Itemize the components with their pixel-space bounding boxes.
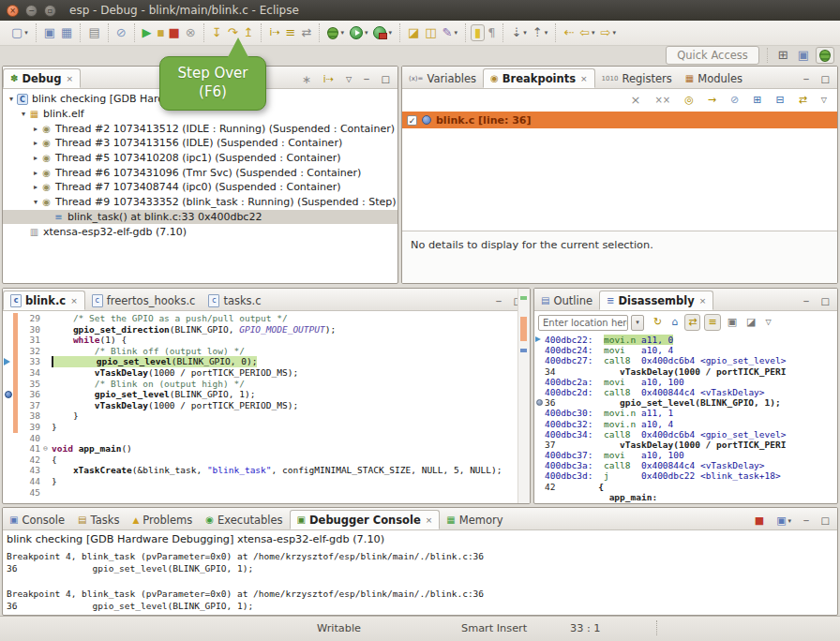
skip-all-breakpoints-view-icon[interactable]: ⊘: [728, 92, 742, 109]
fold-collapse-icon[interactable]: ⊖: [43, 443, 52, 455]
save-all-icon[interactable]: ▦: [58, 24, 75, 41]
previous-annotation-icon[interactable]: ⇡▾: [530, 24, 550, 41]
debug-perspective-icon[interactable]: [816, 47, 834, 64]
remove-all-terminated-icon[interactable]: ∗: [299, 71, 314, 88]
code-editor[interactable]: 29 /* Set the GPIO as a push/pull output…: [3, 311, 530, 498]
overview-ruler[interactable]: [518, 289, 530, 503]
disassembly-line[interactable]: 400dbc37: movi a10, 100: [534, 450, 837, 460]
maximize-icon[interactable]: □: [379, 71, 393, 88]
disassembly-line[interactable]: 400dbc22: movi.n a11, 0: [534, 335, 837, 345]
close-icon[interactable]: ×: [699, 296, 707, 306]
new-icon[interactable]: ▢▾: [8, 24, 31, 41]
terminate-icon[interactable]: ■: [166, 24, 183, 41]
show-source-icon[interactable]: ≡: [704, 314, 720, 331]
editor-tab-freertos-hooks-c[interactable]: cfreertos_hooks.c: [85, 291, 202, 310]
tab-outline[interactable]: ▤Outline: [534, 291, 599, 310]
tab-tasks[interactable]: ▤Tasks: [71, 510, 126, 529]
collapse-all-icon[interactable]: ⊟: [772, 92, 787, 109]
location-dropdown-icon[interactable]: ▾: [631, 315, 644, 331]
expand-all-icon[interactable]: ⊞: [750, 92, 764, 109]
editor-line[interactable]: 43 xTaskCreate(&blink_task, "blink_task"…: [3, 465, 530, 476]
forward-icon[interactable]: ⇨▾: [598, 24, 619, 41]
open-resource-icon[interactable]: ◫: [422, 24, 439, 41]
debug-tree-item[interactable]: ▸◉Thread #3 1073413156 (IDLE) (Suspended…: [3, 136, 398, 151]
editor-line[interactable]: 34 vTaskDelay(1000 / portTICK_PERIOD_MS)…: [3, 367, 530, 379]
debug-tree-item[interactable]: ≡blink_task() at blink.c:33 0x400dbc22: [3, 210, 398, 225]
open-task-icon[interactable]: ✎▾: [440, 24, 460, 41]
close-icon[interactable]: ×: [426, 515, 433, 525]
dropdown-caret-icon[interactable]: ▾: [365, 29, 368, 37]
close-icon[interactable]: ×: [580, 74, 588, 83]
tab-executables[interactable]: ◉Executables: [199, 510, 289, 529]
dropdown-caret-icon[interactable]: ▾: [523, 29, 527, 37]
editor-line[interactable]: 40: [3, 433, 530, 444]
tab-breakpoints[interactable]: ◉Breakpoints×: [483, 68, 595, 88]
tab-disassembly[interactable]: ≡Disassembly×: [599, 291, 713, 310]
breakpoint-marker[interactable]: [3, 389, 13, 400]
maximize-icon[interactable]: □: [818, 513, 832, 529]
refresh-icon[interactable]: ↻: [651, 314, 665, 331]
tab-debugger-console[interactable]: ▣Debugger Console×: [290, 510, 441, 529]
twisty-icon[interactable]: ▸: [31, 139, 40, 147]
editor-line[interactable]: 33 gpio_set_level(BLINK_GPIO, 0);: [3, 356, 530, 367]
disassembly-line[interactable]: 400dbc32: movi.n a10, 4: [534, 419, 837, 429]
tab-problems[interactable]: ▲Problems: [126, 510, 199, 529]
disassembly-line[interactable]: 400dbc34: call8 0x400dc6b4 <gpio_set_lev…: [534, 429, 837, 440]
quick-access-box[interactable]: Quick Access: [666, 46, 759, 65]
editor-line[interactable]: 30 gpio_set_direction(BLINK_GPIO, GPIO_M…: [3, 324, 530, 335]
next-annotation-icon[interactable]: ⇣▾: [508, 24, 529, 41]
console-output[interactable]: blink checking [GDB Hardware Debugging] …: [3, 530, 837, 612]
disassembly-line[interactable]: 400dbc30: movi.n a11, 1: [534, 408, 837, 418]
minimize-button[interactable]: −: [25, 5, 38, 17]
editor-line[interactable]: 41⊖void app_main(): [3, 443, 530, 455]
home-icon[interactable]: ⌂: [668, 314, 681, 331]
open-new-view-icon[interactable]: ▣: [725, 314, 740, 331]
debug-menu-icon[interactable]: ▾: [324, 24, 347, 41]
tab-debug[interactable]: ✽ Debug ×: [3, 68, 81, 88]
open-element-icon[interactable]: ◪: [405, 24, 422, 41]
dropdown-caret-icon[interactable]: ▾: [454, 29, 458, 37]
editor-line[interactable]: 29 /* Set the GPIO as a push/pull output…: [3, 313, 530, 324]
suspend-icon[interactable]: ▮▮: [155, 24, 166, 41]
editor-line[interactable]: 35 /* Blink on (output high) */: [3, 379, 530, 390]
dropdown-caret-icon[interactable]: ▾: [788, 517, 792, 525]
editor-line[interactable]: 36 gpio_set_level(BLINK_GPIO, 1);: [3, 389, 530, 400]
view-menu-icon[interactable]: ▽: [343, 71, 354, 88]
minimize-icon[interactable]: ─: [493, 293, 503, 310]
twisty-icon[interactable]: ▸: [31, 154, 40, 162]
twisty-icon[interactable]: ▸: [31, 169, 40, 177]
link-with-debug-icon[interactable]: ⇄: [796, 92, 810, 109]
dropdown-caret-icon[interactable]: ▾: [545, 29, 548, 37]
dropdown-caret-icon[interactable]: ▾: [24, 29, 28, 37]
editor-line[interactable]: 32 /* Blink off (output low) */: [3, 346, 530, 357]
editor-line[interactable]: 44}: [3, 476, 530, 487]
debug-tree-item[interactable]: ▸◉Thread #5 1073410208 (ipc1) (Suspended…: [3, 151, 398, 166]
breakpoint-checkbox[interactable]: ✓: [407, 115, 417, 126]
mark-occurrences-icon[interactable]: ▮: [471, 24, 485, 41]
tab-memory[interactable]: ▦Memory: [440, 510, 509, 529]
last-edit-location-icon[interactable]: ⇠: [561, 24, 577, 41]
drop-to-frame-icon[interactable]: ⇄: [299, 24, 315, 41]
cpp-perspective-icon[interactable]: ▣: [795, 47, 812, 64]
debug-tree-item[interactable]: ▥xtensa-esp32-elf-gdb (7.10): [3, 224, 398, 239]
disconnect-icon[interactable]: ⊗: [183, 24, 199, 41]
resume-icon[interactable]: ▶: [140, 24, 155, 41]
open-perspective-icon[interactable]: ⊞: [775, 47, 791, 64]
minimize-icon[interactable]: ─: [801, 513, 811, 529]
disassembly-line[interactable]: 42 {: [534, 482, 837, 492]
breakpoint-item[interactable]: ✓blink.c [line: 36]: [402, 112, 837, 128]
debug-tree-item[interactable]: ▸◉Thread #2 1073413512 (IDLE : Running) …: [3, 121, 398, 136]
tab-modules[interactable]: ▦Modules: [679, 68, 749, 88]
view-menu-icon[interactable]: ▽: [818, 92, 830, 109]
editor-line[interactable]: 37 vTaskDelay(1000 / portTICK_PERIOD_MS)…: [3, 400, 530, 411]
minimize-icon[interactable]: ─: [801, 293, 811, 310]
close-icon[interactable]: ×: [66, 74, 73, 83]
minimize-icon[interactable]: ─: [361, 71, 371, 88]
view-menu-icon[interactable]: ▽: [762, 314, 773, 331]
dropdown-caret-icon[interactable]: ▾: [592, 29, 595, 37]
run-menu-icon[interactable]: ▾: [347, 24, 371, 41]
remove-all-breakpoints-icon[interactable]: ××: [652, 92, 673, 109]
editor-line[interactable]: 42{: [3, 455, 530, 466]
twisty-icon[interactable]: ▸: [31, 125, 40, 133]
minimize-icon[interactable]: ─: [801, 71, 811, 88]
